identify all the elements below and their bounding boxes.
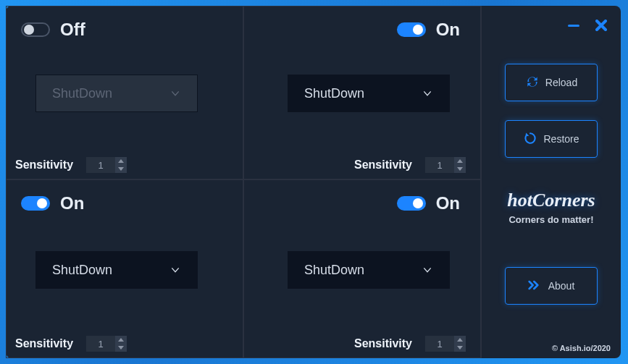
dropdown-label: ShutDown: [52, 86, 112, 101]
chevron-down-icon: [422, 264, 433, 276]
stepper-down[interactable]: [454, 165, 466, 173]
minimize-button[interactable]: [567, 19, 580, 32]
stepper-up[interactable]: [454, 336, 466, 344]
restore-icon: [523, 131, 537, 148]
action-dropdown-top-left[interactable]: ShutDown: [35, 75, 198, 112]
corner-panel-top-left: Off ShutDown Sensitivity 1: [6, 6, 243, 179]
window-controls: [567, 19, 608, 32]
sensitivity-stepper-top-left[interactable]: 1: [86, 157, 127, 173]
corner-toggle-top-left[interactable]: [21, 22, 50, 37]
corner-panel-top-right: On ShutDown Sensitivity 1: [243, 6, 481, 179]
sensitivity-value: 1: [86, 157, 115, 173]
close-button[interactable]: [595, 19, 608, 32]
sensitivity-row: Sensitivity 1: [15, 157, 127, 173]
reload-label: Reload: [545, 77, 577, 88]
chevron-down-icon: [169, 88, 181, 99]
about-icon: [528, 279, 543, 293]
action-dropdown-bottom-right[interactable]: ShutDown: [288, 251, 450, 289]
toggle-row: On: [7, 180, 243, 213]
action-dropdown-bottom-left[interactable]: ShutDown: [35, 251, 198, 289]
action-dropdown-top-right[interactable]: ShutDown: [288, 75, 450, 112]
restore-label: Restore: [543, 133, 579, 145]
svg-rect-0: [568, 25, 579, 27]
sensitivity-stepper-bottom-left[interactable]: 1: [86, 336, 127, 352]
corner-panel-bottom-right: On ShutDown Sensitivity 1: [243, 179, 481, 358]
sensitivity-stepper-top-right[interactable]: 1: [425, 157, 466, 173]
app-title: hotCorners: [507, 190, 595, 211]
stepper-up[interactable]: [115, 336, 127, 344]
toggle-row: On: [244, 180, 480, 213]
sensitivity-row: Sensitivity 1: [354, 157, 466, 173]
stepper-arrows: [454, 157, 466, 173]
chevron-down-icon: [422, 88, 433, 99]
sensitivity-label: Sensitivity: [15, 158, 73, 172]
corner-toggle-top-right[interactable]: [397, 22, 426, 37]
toggle-state-label: On: [436, 20, 460, 40]
dropdown-label: ShutDown: [304, 263, 364, 278]
corner-toggle-bottom-left[interactable]: [21, 196, 50, 211]
sensitivity-row: Sensitivity 1: [354, 336, 466, 352]
stepper-arrows: [115, 157, 127, 173]
sensitivity-value: 1: [425, 157, 454, 173]
app-window: Off ShutDown Sensitivity 1 On Shut: [6, 6, 621, 358]
stepper-down[interactable]: [454, 344, 466, 352]
dropdown-label: ShutDown: [304, 86, 364, 101]
corner-panel-bottom-left: On ShutDown Sensitivity 1: [6, 179, 243, 358]
corner-toggle-bottom-right[interactable]: [397, 196, 426, 211]
toggle-state-label: On: [436, 193, 460, 213]
toggle-row: On: [244, 7, 480, 40]
stepper-down[interactable]: [115, 344, 127, 352]
app-subtitle: Corners do matter!: [507, 214, 595, 225]
reload-icon: [525, 75, 540, 91]
app-branding: hotCorners Corners do matter!: [507, 190, 595, 225]
toggle-state-label: On: [60, 193, 84, 213]
stepper-down[interactable]: [115, 165, 127, 173]
restore-button[interactable]: Restore: [505, 120, 598, 158]
sensitivity-label: Sensitivity: [354, 158, 412, 172]
copyright-text: © Asish.io/2020: [552, 344, 611, 352]
dropdown-label: ShutDown: [52, 263, 112, 278]
stepper-arrows: [454, 336, 466, 352]
side-panel: Reload Restore hotCorners Corners do mat…: [481, 6, 621, 358]
reload-button[interactable]: Reload: [505, 64, 598, 101]
stepper-up[interactable]: [115, 157, 127, 165]
chevron-down-icon: [169, 264, 181, 276]
sensitivity-label: Sensitivity: [354, 337, 412, 350]
stepper-arrows: [115, 336, 127, 352]
stepper-up[interactable]: [454, 157, 466, 165]
about-label: About: [548, 280, 575, 292]
sensitivity-value: 1: [425, 336, 454, 352]
sensitivity-label: Sensitivity: [15, 337, 73, 350]
sensitivity-row: Sensitivity 1: [15, 336, 127, 352]
toggle-state-label: Off: [60, 20, 85, 40]
sensitivity-stepper-bottom-right[interactable]: 1: [425, 336, 466, 352]
about-button[interactable]: About: [505, 267, 598, 305]
sensitivity-value: 1: [86, 336, 115, 352]
toggle-row: Off: [7, 7, 243, 40]
